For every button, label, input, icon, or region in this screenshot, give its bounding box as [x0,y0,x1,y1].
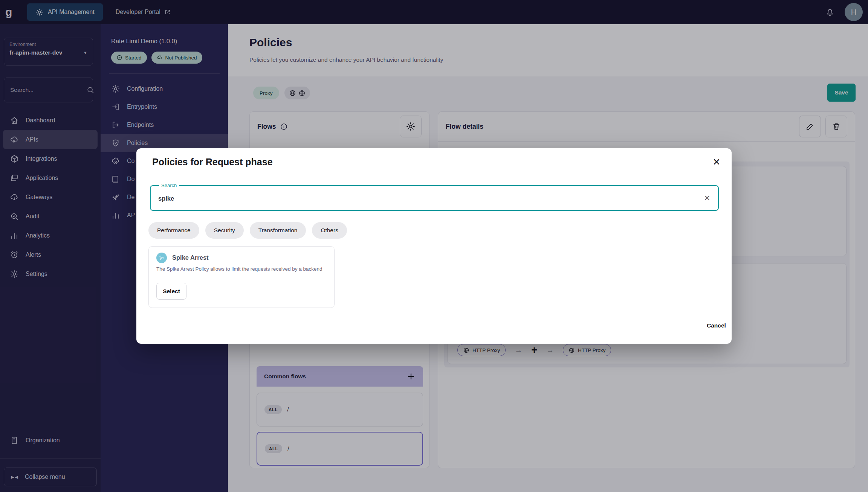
policy-search-field: Search ✕ [150,185,719,211]
category-chip-transformation[interactable]: Transformation [250,222,306,239]
clear-search-icon[interactable]: ✕ [701,192,713,204]
modal-title: Policies for Request phase [152,157,273,168]
close-icon[interactable]: ✕ [709,154,724,169]
category-chip-others[interactable]: Others [312,222,347,239]
select-policy-button[interactable]: Select [156,283,186,300]
policy-description: The Spike Arrest Policy allows to limit … [156,265,326,273]
category-filter-bar: Performance Security Transformation Othe… [148,222,347,239]
category-chip-security[interactable]: Security [205,222,244,239]
policy-result-card: Spike Arrest The Spike Arrest Policy all… [148,246,335,308]
policy-name: Spike Arrest [172,254,209,261]
cancel-button[interactable]: Cancel [701,318,732,333]
category-chip-performance[interactable]: Performance [148,222,199,239]
policy-picker-modal: Policies for Request phase ✕ Search ✕ Pe… [136,148,732,344]
spike-arrest-policy-icon [156,253,167,263]
policy-search-input[interactable] [157,186,686,211]
